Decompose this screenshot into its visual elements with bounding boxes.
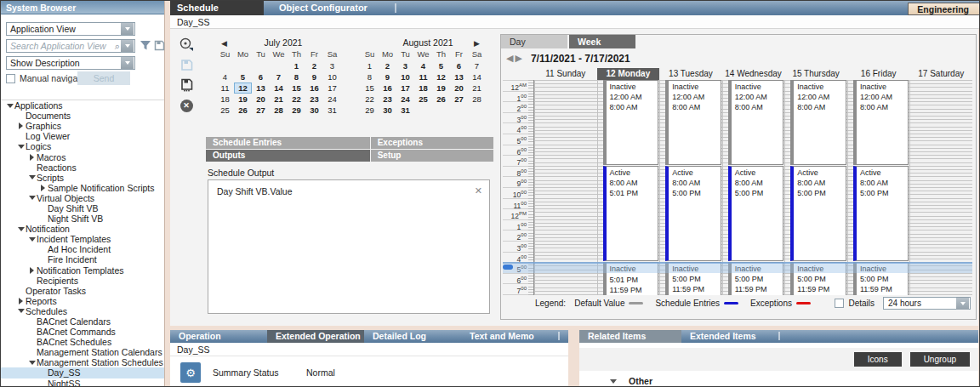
tree-item-graphics[interactable]: Graphics [1, 121, 164, 131]
calendar-day[interactable]: 4 [216, 71, 234, 83]
calendar-day[interactable]: 2 [379, 60, 396, 71]
tab-schedule-entries[interactable]: Schedule Entries [206, 137, 370, 149]
calendar-day[interactable]: 12 [432, 71, 450, 83]
calendar-day[interactable]: 10 [396, 71, 414, 83]
calendar-day[interactable]: 21 [270, 94, 288, 105]
calendar-day[interactable]: 15 [361, 83, 379, 94]
remove-output-icon[interactable]: ✕ [475, 185, 482, 196]
day-header-17-saturday[interactable]: 17 Saturday [909, 68, 972, 80]
save-icon-disabled[interactable] [177, 56, 196, 73]
schedule-block-active[interactable]: Active8:00 AM5:00 PM [790, 166, 846, 261]
tree-item-log-viewer[interactable]: Log Viewer [1, 131, 164, 141]
calendar-day[interactable]: 18 [414, 83, 432, 94]
calendar-day[interactable]: 24 [323, 94, 341, 105]
tree-item-management-station-schedules[interactable]: Management Station Schedules [1, 357, 164, 367]
tab-setup[interactable]: Setup [371, 150, 493, 162]
chevron-down-icon[interactable] [121, 23, 134, 35]
expanded-arrow-icon[interactable] [27, 196, 37, 200]
collapsed-arrow-icon[interactable] [16, 298, 26, 304]
calendar-day[interactable]: 21 [468, 83, 486, 94]
tab-week[interactable]: Week [569, 35, 635, 48]
chevron-down-icon[interactable] [121, 40, 134, 52]
tree-item-bacnet-commands[interactable]: BACnet Commands [1, 327, 164, 337]
calendar-day[interactable]: 14 [468, 71, 486, 83]
prev-week-arrow[interactable]: ◀ [506, 53, 513, 64]
engineering-mode-button[interactable]: Engineering [908, 3, 979, 15]
tree-item-logics[interactable]: Logics [1, 141, 164, 151]
calendar-day[interactable]: 29 [288, 105, 305, 116]
chevron-down-icon[interactable] [956, 298, 969, 310]
tree-item-schedules[interactable]: Schedules [1, 306, 164, 316]
tree-item-ad-hoc-incident[interactable]: Ad Hoc Incident [1, 244, 164, 254]
tab-extended-operation[interactable]: Extended Operation [267, 330, 364, 343]
calendar-day[interactable]: 20 [252, 94, 270, 105]
schedule-block-inactive[interactable]: Inactive12:00 AM8:00 AM [665, 80, 721, 165]
calendar-day[interactable]: 6 [252, 71, 270, 83]
filter-icon[interactable] [140, 39, 152, 51]
tree-item-recipients[interactable]: Recipients [1, 276, 164, 286]
calendar-day[interactable]: 23 [379, 94, 396, 105]
schedule-block-inactive[interactable]: Inactive12:00 AM8:00 AM [790, 80, 846, 165]
calendar-day[interactable]: 18 [216, 94, 234, 105]
tree-item-day-ss[interactable]: Day_SS [1, 367, 164, 378]
calendar-day[interactable]: 17 [396, 83, 414, 94]
calendar-day[interactable]: 27 [252, 105, 270, 116]
calendar-day[interactable]: 1 [361, 60, 379, 71]
tab-schedule[interactable]: Schedule [170, 1, 264, 15]
collapsed-arrow-icon[interactable] [16, 122, 26, 129]
expanded-arrow-icon[interactable] [27, 237, 37, 242]
search-input[interactable]: Search Application View ⌕ [6, 39, 135, 53]
search-icon[interactable]: ⌕ [115, 42, 120, 50]
schedule-block-inactive[interactable]: Inactive5:01 PM11:59 PM [603, 262, 659, 295]
tree-item-scripts[interactable]: Scripts [1, 173, 164, 183]
calendar-day[interactable]: 31 [396, 105, 414, 116]
expanded-arrow-icon[interactable] [5, 104, 14, 108]
tree-item-notification-templates[interactable]: Notification Templates [1, 265, 164, 276]
calendar-day[interactable]: 17 [323, 83, 341, 94]
tree-item-virtual-objects[interactable]: Virtual Objects [1, 193, 164, 203]
schedule-block-active[interactable]: Active8:00 AM5:00 PM [728, 166, 784, 261]
tab-detailed-log[interactable]: Detailed Log [364, 330, 461, 343]
calendar-day[interactable]: 6 [450, 60, 468, 71]
tab-related-items[interactable]: Related Items [579, 330, 681, 343]
view-selector-dropdown[interactable]: Application View [6, 22, 135, 36]
calendar-day[interactable]: 8 [361, 71, 379, 83]
calendar-day[interactable]: 25 [216, 105, 234, 116]
calendar-day[interactable]: 19 [234, 94, 252, 105]
calendar-day[interactable]: 8 [288, 71, 305, 83]
calendar-day[interactable]: 7 [270, 71, 288, 83]
calendar-day[interactable]: 28 [468, 94, 486, 105]
day-header-13-tuesday[interactable]: 13 Tuesday [659, 68, 722, 80]
time-scale-dropdown[interactable]: 24 hours [883, 297, 971, 310]
schedule-block-inactive[interactable]: Inactive5:00 PM11:59 PM [853, 262, 909, 295]
tree-item-sample-notification-scripts[interactable]: Sample Notification Scripts [1, 183, 164, 193]
calendar-day[interactable]: 19 [432, 83, 450, 94]
calendar-day[interactable]: 13 [252, 83, 270, 94]
schedule-block-inactive[interactable]: Inactive12:00 AM8:00 AM [728, 80, 784, 165]
schedule-block-inactive[interactable]: Inactive5:00 PM11:59 PM [665, 262, 721, 295]
description-mode-dropdown[interactable]: Show Description [6, 56, 135, 70]
calendar-day[interactable]: 12 [234, 83, 252, 94]
calendar-day[interactable]: 13 [450, 71, 468, 83]
tab-outputs[interactable]: Outputs [206, 150, 370, 162]
send-button[interactable]: Send [77, 71, 130, 85]
calendar-day[interactable]: 1 [288, 60, 305, 71]
calendar-day[interactable]: 11 [216, 83, 234, 94]
icons-button[interactable]: Icons [854, 352, 902, 367]
tree-item-management-station-calendars[interactable]: Management Station Calendars [1, 347, 164, 357]
tree-item-reactions[interactable]: Reactions [1, 162, 164, 173]
tree-item-applications[interactable]: Applications [1, 100, 164, 111]
expanded-arrow-icon[interactable] [27, 361, 37, 365]
calendar-day[interactable]: 16 [379, 83, 396, 94]
collapsed-arrow-icon[interactable] [27, 154, 37, 161]
calendar-day[interactable]: 3 [323, 60, 341, 71]
tree-item-incident-templates[interactable]: Incident Templates [1, 234, 164, 244]
manual-navigation-checkbox[interactable] [6, 74, 15, 83]
calendar-day[interactable]: 22 [288, 94, 305, 105]
tree-item-documents[interactable]: Documents [1, 111, 164, 121]
details-checkbox[interactable] [835, 299, 844, 308]
calendar-day[interactable]: 7 [468, 60, 486, 71]
tab-day[interactable]: Day [501, 35, 567, 48]
schedule-block-inactive[interactable]: Inactive5:00 PM11:59 PM [728, 262, 784, 295]
calendar-day[interactable]: 2 [305, 60, 323, 71]
